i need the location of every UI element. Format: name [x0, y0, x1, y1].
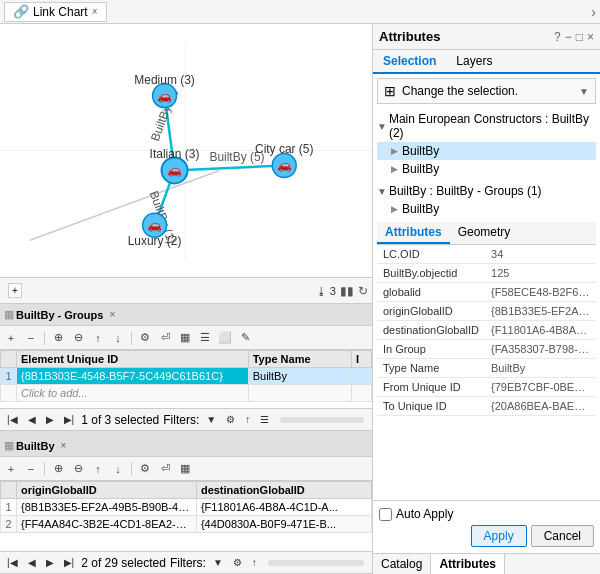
- table2-col2-header[interactable]: destinationGlobalID: [196, 482, 371, 499]
- t2-btn5[interactable]: ↑: [89, 460, 107, 478]
- tree-item-arrow-icon: ▶: [391, 146, 398, 156]
- apply-button[interactable]: Apply: [471, 525, 527, 547]
- catalog-tab[interactable]: Catalog: [373, 554, 431, 574]
- table1-prev-btn[interactable]: ◀: [25, 413, 39, 426]
- maximize-icon[interactable]: □: [576, 30, 583, 44]
- row-col1: {8B1B33E5-EF2A-49B5-B90B-45251C7458E6}: [17, 499, 197, 516]
- t2-btn6[interactable]: ↓: [109, 460, 127, 478]
- table1-first-btn[interactable]: |◀: [4, 413, 21, 426]
- row-col1: {8B1B303E-4548-B5F7-5C449C61B61C}: [17, 368, 249, 385]
- refresh-btn[interactable]: ↻: [358, 284, 368, 298]
- row-num: 1: [1, 368, 17, 385]
- t2-btn7[interactable]: ⚙: [136, 460, 154, 478]
- pause-btn[interactable]: ▮▮: [340, 284, 354, 298]
- table2-export-btn[interactable]: ↑: [249, 556, 260, 569]
- t1-btn3[interactable]: ⊕: [49, 329, 67, 347]
- t1-btn10[interactable]: ☰: [196, 329, 214, 347]
- t1-btn4[interactable]: ⊖: [69, 329, 87, 347]
- chart-toolbar: + ⭳ 3 ▮▮ ↻: [0, 278, 372, 304]
- t1-btn7[interactable]: ⚙: [136, 329, 154, 347]
- tree-item[interactable]: ▶ BuiltBy: [377, 160, 596, 178]
- table1-close-btn[interactable]: ×: [109, 309, 115, 320]
- table1-col3-header[interactable]: I: [352, 351, 372, 368]
- table1-last-btn[interactable]: ▶|: [61, 413, 78, 426]
- add-layer-btn[interactable]: +: [8, 283, 22, 298]
- t1-btn8[interactable]: ⏎: [156, 329, 174, 347]
- row-col3: [352, 368, 372, 385]
- row-col2: {F11801A6-4B8A-4C1D-A...: [196, 499, 371, 516]
- table1-col1-header[interactable]: Element Unique ID: [17, 351, 249, 368]
- tab-layers[interactable]: Layers: [446, 50, 502, 74]
- t2-btn8[interactable]: ⏎: [156, 460, 174, 478]
- t1-btn11[interactable]: ⬜: [216, 329, 234, 347]
- attributes-tab[interactable]: Attributes: [431, 554, 505, 574]
- tree-collapse-icon[interactable]: ▼: [377, 186, 387, 197]
- table2-last-btn[interactable]: ▶|: [61, 556, 78, 569]
- table1-footer: |◀ ◀ ▶ ▶| 1 of 3 selected Filters: ▼ ⚙ ↑…: [0, 408, 372, 430]
- chart-area: BuiltBy (3) BuiltBy (1) BuiltBy (5) Medi…: [0, 24, 372, 278]
- table2-next-btn[interactable]: ▶: [43, 556, 57, 569]
- table1-export-btn[interactable]: ↑: [242, 413, 253, 426]
- table2-col-num: [1, 482, 17, 499]
- zoom-level: ⭳ 3: [316, 285, 336, 297]
- tree-item-label: BuiltBy: [402, 144, 439, 158]
- table2-first-btn[interactable]: |◀: [4, 556, 21, 569]
- cancel-button[interactable]: Cancel: [531, 525, 594, 547]
- t2-btn9[interactable]: ▦: [176, 460, 194, 478]
- auto-apply-checkbox-label[interactable]: Auto Apply: [379, 507, 453, 521]
- auto-apply-label: Auto Apply: [396, 507, 453, 521]
- auto-apply-checkbox[interactable]: [379, 508, 392, 521]
- t2-btn4[interactable]: ⊖: [69, 460, 87, 478]
- attributes-table: LC.OID34BuiltBy.objectid125globalid{F58E…: [377, 245, 596, 416]
- t2-btn2[interactable]: −: [22, 460, 40, 478]
- table1-scrollbar[interactable]: [280, 417, 364, 423]
- panel-close-btn[interactable]: ›: [591, 4, 596, 20]
- help-icon[interactable]: ?: [554, 30, 561, 44]
- tab-label: Link Chart: [33, 5, 88, 19]
- t1-btn1[interactable]: +: [2, 329, 20, 347]
- table1-menu-btn[interactable]: ☰: [257, 413, 272, 426]
- table-row[interactable]: 1 {8B1B33E5-EF2A-49B5-B90B-45251C7458E6}…: [1, 499, 372, 516]
- tab-selection[interactable]: Selection: [373, 50, 446, 74]
- tree-item[interactable]: ▶ BuiltBy: [377, 142, 596, 160]
- change-selection-btn[interactable]: ⊞ Change the selection. ▼: [377, 78, 596, 104]
- tree-collapse-icon[interactable]: ▼: [377, 121, 387, 132]
- left-panel: BuiltBy (3) BuiltBy (1) BuiltBy (5) Medi…: [0, 24, 373, 574]
- t2-btn1[interactable]: +: [2, 460, 20, 478]
- table2-prev-btn[interactable]: ◀: [25, 556, 39, 569]
- table-row[interactable]: 2 {FF4AA84C-3B2E-4CD1-8EA2-F79A1F7335C5}…: [1, 516, 372, 533]
- tab-geometry[interactable]: Geometry: [450, 222, 519, 244]
- table1-settings-btn[interactable]: ⚙: [223, 413, 238, 426]
- table2-scrollbar[interactable]: [268, 560, 364, 566]
- attr-header-icons: ? − □ ×: [554, 30, 594, 44]
- table-row[interactable]: Click to add...: [1, 385, 372, 402]
- attr-main-tabs: Selection Layers: [373, 50, 600, 74]
- tab-attributes[interactable]: Attributes: [377, 222, 450, 244]
- table2-col1-header[interactable]: originGlobalID: [17, 482, 197, 499]
- minimize-icon[interactable]: −: [565, 30, 572, 44]
- attr-sub-tabs: Attributes Geometry: [377, 222, 596, 245]
- t1-btn2[interactable]: −: [22, 329, 40, 347]
- table-row[interactable]: 1 {8B1B303E-4548-B5F7-5C449C61B61C} Buil…: [1, 368, 372, 385]
- table2-close-btn[interactable]: ×: [61, 440, 67, 451]
- attr-key: From Unique ID: [377, 378, 485, 397]
- t1-btn6[interactable]: ↓: [109, 329, 127, 347]
- t1-btn9[interactable]: ▦: [176, 329, 194, 347]
- table1-next-btn[interactable]: ▶: [43, 413, 57, 426]
- close-attr-btn[interactable]: ×: [587, 30, 594, 44]
- table2-filter-btn[interactable]: ▼: [210, 556, 226, 569]
- tree-item[interactable]: ▶ BuiltBy: [377, 200, 596, 218]
- table1-col2-header[interactable]: Type Name: [248, 351, 351, 368]
- link-chart-tab[interactable]: 🔗 Link Chart ×: [4, 2, 107, 22]
- row-num: [1, 385, 17, 402]
- table2-settings-btn[interactable]: ⚙: [230, 556, 245, 569]
- tree-section2-label: BuiltBy : BuiltBy - Groups (1): [389, 184, 542, 198]
- attr-key: originGlobalID: [377, 302, 485, 321]
- table1-filter-btn[interactable]: ▼: [203, 413, 219, 426]
- right-footer: Auto Apply Apply Cancel: [373, 500, 600, 553]
- t1-btn5[interactable]: ↑: [89, 329, 107, 347]
- tab-close-btn[interactable]: ×: [92, 6, 98, 17]
- tables-area: ▦ BuiltBy - Groups × + − ⊕ ⊖ ↑ ↓ ⚙ ⏎ ▦ ☰: [0, 304, 372, 574]
- t1-btn12[interactable]: ✎: [236, 329, 254, 347]
- t2-btn3[interactable]: ⊕: [49, 460, 67, 478]
